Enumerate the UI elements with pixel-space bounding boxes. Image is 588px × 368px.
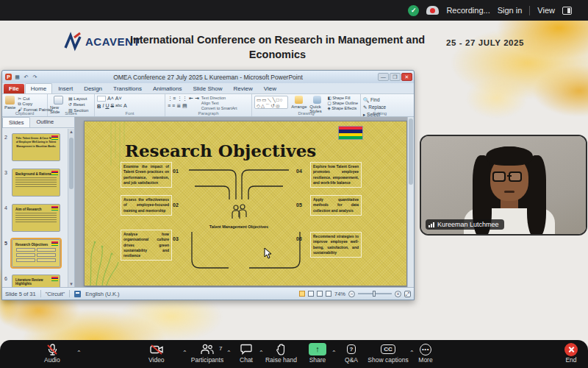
more-icon: •••	[420, 344, 431, 355]
paste-icon	[5, 96, 15, 105]
talent-management-icon	[230, 204, 248, 220]
objective-number-2: 02	[173, 202, 179, 208]
conference-header: ACAVENT International Conference on Rese…	[0, 21, 588, 70]
view-button[interactable]: View	[537, 6, 555, 15]
qa-button[interactable]: ? Q&A	[340, 343, 363, 364]
meeting-topbar: ✓ Recording... Sign in View	[0, 0, 588, 21]
shape-outline-button[interactable]: ▢ Shape Outline	[327, 101, 358, 105]
participants-button[interactable]: 7 Participants ⌃	[185, 343, 229, 364]
font-style-buttons[interactable]: B I U S abc A	[97, 103, 127, 110]
paste-button[interactable]: Paste	[4, 96, 15, 110]
current-slide[interactable]: Research Objectives Examine the impact o…	[84, 121, 407, 286]
ppt-titlebar[interactable]: P ▦ ↶ ↷ OMEA Conference 27 July 2025 L K…	[2, 71, 414, 83]
camera-muted-icon	[150, 343, 163, 355]
show-captions-button[interactable]: CC Show captions ⌃	[364, 343, 412, 364]
tab-file[interactable]: File	[4, 84, 24, 93]
spellcheck-icon[interactable]	[74, 291, 81, 297]
objective-box-3[interactable]: Analyse how organisational culture drive…	[121, 230, 172, 261]
align-text-button[interactable]: Align Text	[201, 101, 237, 105]
captions-icon: CC	[381, 344, 395, 354]
replace-button[interactable]: ✎ Replace	[363, 105, 397, 110]
tab-home[interactable]: Home	[25, 83, 52, 93]
ribbon-group-drawing: ▭▭＼╲□○◇△⌒↺◎ Arrange Quick Styles ◧ Shape…	[252, 94, 361, 116]
objective-box-5[interactable]: Apply quantitative methods for data coll…	[310, 195, 362, 216]
maximize-button[interactable]: ❐	[390, 73, 401, 81]
ribbon-group-slides: New Slide ▤ Layout ↺ Reset ▥ Section Sli…	[48, 94, 95, 116]
slide-thumbnail-5-selected[interactable]: 5 Research Objectives	[4, 239, 60, 267]
mic-muted-icon	[46, 343, 58, 355]
fit-to-window-button[interactable]: ⤢	[404, 291, 411, 297]
share-icon: ↑	[309, 343, 326, 355]
slide-sorter-button[interactable]	[308, 291, 314, 297]
font-controls-row[interactable]: ​ A˄A˅	[97, 96, 122, 102]
normal-view-button[interactable]	[299, 291, 305, 297]
tab-animations[interactable]: Animations	[148, 84, 187, 93]
slide-canvas: Research Objectives Examine the impact o…	[75, 117, 407, 287]
participant-video-tile[interactable]: Kureeman Lutchmee	[421, 136, 586, 234]
clear-format-button: abc	[115, 103, 122, 110]
ribbon-group-paragraph: ⋮≡⋮⋮⇤⇥ ≡≡≣▤ Text Direction Align Text Co…	[165, 94, 252, 116]
audio-options-caret[interactable]: ⌃	[76, 350, 82, 356]
list-buttons[interactable]: ⋮≡⋮⋮⇤⇥	[168, 96, 199, 102]
tab-insert[interactable]: Insert	[53, 84, 78, 93]
participants-options-caret[interactable]: ⌃	[226, 350, 232, 356]
participant-name: Kureeman Lutchmee	[437, 221, 499, 228]
panel-tab-slides[interactable]: Slides	[2, 117, 30, 127]
tab-view[interactable]: View	[259, 84, 282, 93]
slide-thumbnail-3[interactable]: 3 Background & Rationale	[4, 169, 60, 197]
shape-effects-button[interactable]: ◈ Shape Effects	[327, 106, 358, 110]
slideshow-button[interactable]	[326, 291, 331, 297]
minimize-button[interactable]: —	[378, 73, 389, 81]
panel-tab-outline[interactable]: Outline	[30, 117, 60, 127]
save-icon[interactable]: ▦	[14, 74, 21, 80]
slide-thumbnail-2[interactable]: 2 Title: Talent Green: A Case Study of E…	[4, 133, 60, 161]
center-diagram-label[interactable]: Talent Management Objectives	[195, 224, 283, 230]
security-shield-icon[interactable]: ✓	[408, 5, 419, 16]
chat-button[interactable]: Chat ⌃	[235, 343, 257, 364]
raise-hand-button[interactable]: Raise hand	[261, 343, 301, 364]
find-button[interactable]: 🔍 Find	[363, 97, 397, 103]
shapes-gallery[interactable]: ▭▭＼╲□○◇△⌒↺◎	[254, 96, 288, 109]
panel-scrollbar[interactable]: ▲ ▼	[68, 129, 74, 287]
tab-design[interactable]: Design	[79, 84, 107, 93]
arrange-button[interactable]: Arrange	[290, 96, 307, 109]
slide-thumbnail-6[interactable]: 6 Literature Review Highlights	[4, 275, 60, 287]
objective-box-4[interactable]: Explore how Talent Green promotes employ…	[310, 162, 362, 188]
layout-button[interactable]: ▤ Layout	[68, 96, 88, 101]
tab-slideshow[interactable]: Slide Show	[187, 84, 227, 93]
tab-transitions[interactable]: Transitions	[108, 84, 147, 93]
redo-icon[interactable]: ↷	[32, 74, 38, 80]
objective-number-5: 05	[296, 202, 302, 208]
window-controls: — ❐ ✕	[378, 73, 414, 81]
share-button[interactable]: ↑ Share ⌃	[305, 343, 330, 364]
reset-button[interactable]: ↺ Reset	[68, 102, 88, 107]
close-button[interactable]: ✕	[401, 73, 412, 81]
zoom-slider[interactable]	[358, 293, 392, 294]
smartart-button[interactable]: Convert to SmartArt	[201, 106, 237, 110]
powerpoint-app-icon: P	[5, 74, 12, 80]
slide-scrollbar[interactable]	[407, 117, 414, 287]
more-button[interactable]: ••• More	[413, 343, 438, 364]
video-button[interactable]: Video ⌃	[148, 343, 165, 364]
text-direction-button[interactable]: Text Direction	[201, 96, 237, 100]
bold-button: B	[97, 103, 101, 110]
reading-view-button[interactable]	[317, 291, 323, 297]
align-buttons[interactable]: ≡≡≣▤	[168, 103, 199, 109]
recording-status: Recording...	[446, 6, 490, 15]
objective-box-6[interactable]: Recommend strategies to improve employee…	[310, 232, 362, 258]
slide-thumbnail-4[interactable]: 4 Aim of Research	[4, 204, 60, 232]
objective-box-1[interactable]: Examine the impact of Talent Green pract…	[121, 162, 172, 188]
topbar-divider	[529, 6, 530, 15]
undo-icon[interactable]: ↶	[23, 74, 29, 80]
view-layout-icon[interactable]	[562, 7, 572, 15]
shape-fill-button[interactable]: ◧ Shape Fill	[327, 96, 358, 100]
share-options-caret[interactable]: ⌃	[331, 350, 337, 356]
tab-review[interactable]: Review	[228, 84, 257, 93]
zoom-out-button[interactable]: −	[348, 291, 355, 297]
zoom-in-button[interactable]: +	[395, 291, 401, 297]
audio-button[interactable]: Audio ⌃	[44, 343, 60, 364]
language-indicator[interactable]: English (U.K.)	[85, 291, 119, 297]
objective-box-2[interactable]: Assess the effectiveness of employee-foc…	[121, 195, 172, 216]
sign-in-button[interactable]: Sign in	[498, 6, 523, 15]
end-meeting-button[interactable]: End	[563, 343, 579, 364]
